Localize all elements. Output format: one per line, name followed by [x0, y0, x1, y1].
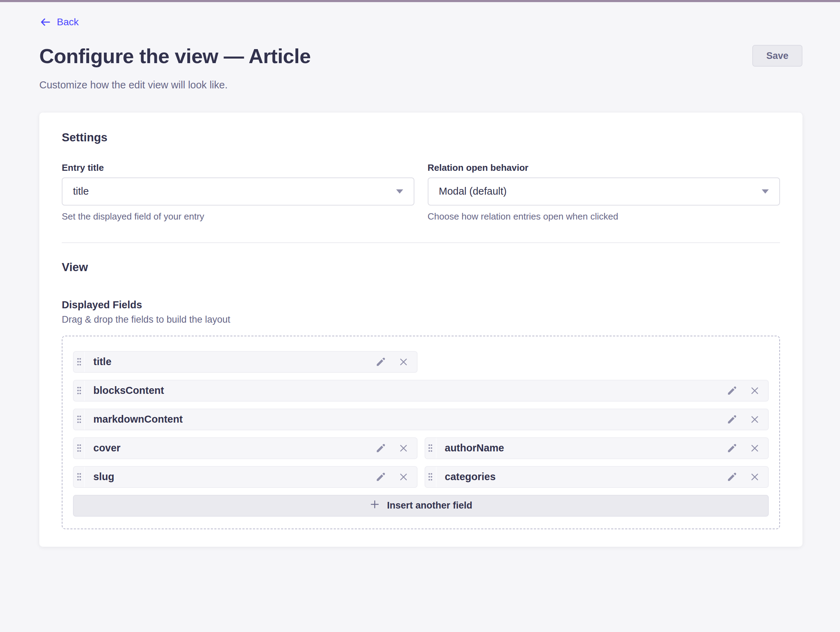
plus-icon — [369, 499, 380, 512]
insert-field-button[interactable]: Insert another field — [73, 495, 769, 517]
configure-view-page: Back Configure the view — Article Save C… — [0, 2, 840, 547]
field-row-title[interactable]: title — [73, 351, 418, 373]
section-divider — [62, 242, 780, 243]
drag-handle-icon[interactable] — [425, 467, 436, 487]
x-icon — [750, 478, 759, 483]
field-row-categories[interactable]: categories — [425, 466, 769, 488]
entry-title-select[interactable]: title — [62, 178, 414, 205]
relation-behavior-field-group: Relation open behavior Modal (default) C… — [428, 162, 780, 222]
relation-behavior-hint: Choose how relation entries open when cl… — [428, 211, 780, 222]
save-button[interactable]: Save — [752, 45, 802, 67]
remove-field-button[interactable] — [399, 357, 409, 367]
back-label: Back — [57, 16, 79, 28]
entry-title-value: title — [73, 186, 89, 197]
insert-field-label: Insert another field — [387, 500, 472, 511]
x-icon — [750, 391, 759, 397]
arrow-left-icon — [39, 16, 51, 28]
drag-handle-icon[interactable] — [74, 467, 85, 487]
configuration-card: Settings Entry title title Set the displ… — [39, 113, 802, 547]
field-row-slug[interactable]: slug — [73, 466, 418, 488]
field-row-cover[interactable]: cover — [73, 437, 418, 459]
pencil-icon — [376, 478, 386, 483]
remove-field-button[interactable] — [750, 443, 759, 453]
pencil-icon — [727, 449, 737, 454]
fields-dropzone: title blocksContent — [62, 336, 780, 529]
drag-handle-icon[interactable] — [74, 438, 85, 459]
settings-grid: Entry title title Set the displayed fiel… — [62, 162, 780, 222]
edit-field-button[interactable] — [727, 443, 737, 454]
field-label: blocksContent — [85, 385, 727, 396]
remove-field-button[interactable] — [750, 472, 759, 482]
pencil-icon — [376, 449, 386, 454]
remove-field-button[interactable] — [399, 443, 409, 453]
x-icon — [750, 420, 759, 426]
view-heading: View — [62, 261, 780, 274]
field-row-authorName[interactable]: authorName — [425, 437, 769, 459]
drag-handle-icon[interactable] — [425, 438, 436, 459]
entry-title-field-group: Entry title title Set the displayed fiel… — [62, 162, 414, 222]
entry-title-hint: Set the displayed field of your entry — [62, 211, 414, 222]
field-label: authorName — [436, 442, 727, 454]
page-title: Configure the view — Article — [39, 45, 311, 67]
page-header: Configure the view — Article Save — [39, 45, 802, 67]
pencil-icon — [727, 478, 737, 483]
x-icon — [399, 362, 409, 368]
pencil-icon — [727, 421, 737, 426]
relation-behavior-value: Modal (default) — [439, 186, 507, 197]
displayed-fields-hint: Drag & drop the fields to build the layo… — [62, 314, 780, 325]
back-link[interactable]: Back — [39, 16, 79, 28]
edit-field-button[interactable] — [376, 472, 386, 482]
settings-heading: Settings — [62, 131, 780, 144]
field-row-blocksContent[interactable]: blocksContent — [73, 380, 769, 402]
field-label: title — [85, 356, 376, 367]
x-icon — [399, 449, 409, 454]
edit-field-button[interactable] — [727, 414, 737, 425]
edit-field-button[interactable] — [376, 443, 386, 454]
drag-handle-icon[interactable] — [74, 409, 85, 430]
relation-behavior-select[interactable]: Modal (default) — [428, 178, 780, 205]
field-label: cover — [85, 442, 376, 454]
field-label: markdownContent — [85, 413, 727, 425]
pencil-icon — [727, 392, 737, 397]
pencil-icon — [376, 363, 386, 368]
edit-field-button[interactable] — [727, 385, 737, 396]
remove-field-button[interactable] — [750, 386, 759, 396]
chevron-down-icon — [396, 189, 403, 194]
field-label: slug — [85, 471, 376, 482]
chevron-down-icon — [762, 189, 769, 194]
field-label: categories — [436, 471, 727, 482]
entry-title-label: Entry title — [62, 162, 414, 173]
displayed-fields-label: Displayed Fields — [62, 299, 780, 311]
remove-field-button[interactable] — [399, 472, 409, 482]
x-icon — [399, 478, 409, 483]
edit-field-button[interactable] — [376, 357, 386, 367]
x-icon — [750, 449, 759, 454]
relation-behavior-label: Relation open behavior — [428, 162, 780, 173]
remove-field-button[interactable] — [750, 415, 759, 424]
edit-field-button[interactable] — [727, 472, 737, 482]
field-row-markdownContent[interactable]: markdownContent — [73, 408, 769, 430]
drag-handle-icon[interactable] — [74, 381, 85, 401]
drag-handle-icon[interactable] — [74, 352, 85, 372]
page-subtitle: Customize how the edit view will look li… — [39, 79, 802, 91]
